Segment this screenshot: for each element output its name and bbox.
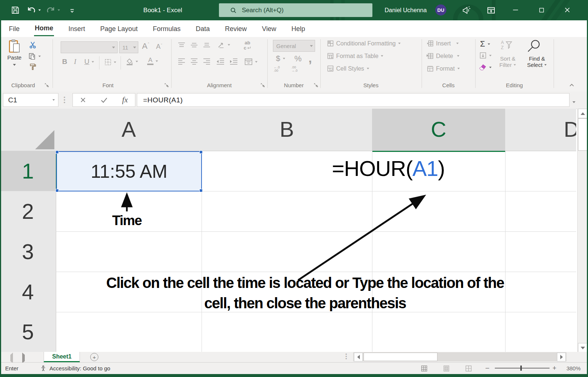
search-box[interactable] xyxy=(219,3,372,17)
zoom-in-button[interactable]: + xyxy=(552,364,557,372)
cell-a1[interactable]: 11:55 AM xyxy=(56,151,202,191)
ribbon-display-options-icon[interactable] xyxy=(487,6,496,15)
merge-center-button[interactable] xyxy=(244,58,258,66)
decrease-indent-icon[interactable] xyxy=(216,58,225,65)
font-color-button[interactable]: A xyxy=(147,57,158,65)
column-header-a[interactable]: A xyxy=(56,109,202,151)
cancel-icon[interactable] xyxy=(80,97,86,103)
tab-file[interactable]: File xyxy=(8,22,20,36)
sheet-tab-sheet1[interactable]: Sheet1 xyxy=(44,352,80,362)
horizontal-scroll-thumb[interactable] xyxy=(364,353,437,361)
cell-c1-formula[interactable]: =HOUR(A1) xyxy=(311,156,466,181)
expand-formula-bar-icon[interactable] xyxy=(572,98,575,105)
prev-sheet-icon[interactable] xyxy=(10,355,13,361)
format-cells-button[interactable]: Format xyxy=(427,65,460,72)
zoom-slider-thumb[interactable] xyxy=(520,366,522,371)
name-box[interactable]: C1 xyxy=(3,93,58,107)
grow-font-button[interactable]: Aˆ xyxy=(142,41,149,51)
undo-button[interactable] xyxy=(27,5,41,15)
zoom-level[interactable]: 380% xyxy=(558,365,581,371)
row-header-5[interactable]: 5 xyxy=(0,312,56,352)
clipboard-dialog-launcher-icon[interactable] xyxy=(44,83,49,88)
tab-insert[interactable]: Insert xyxy=(68,22,86,36)
font-dialog-launcher-icon[interactable] xyxy=(164,83,169,88)
zoom-slider-track[interactable] xyxy=(495,368,550,368)
increase-decimal-button[interactable]: ←.0.00 xyxy=(274,66,280,72)
reference-handle[interactable] xyxy=(55,150,59,154)
search-input[interactable] xyxy=(241,6,365,14)
column-header-c[interactable]: C xyxy=(372,109,506,152)
align-bottom-icon[interactable] xyxy=(203,42,211,49)
align-middle-icon[interactable] xyxy=(190,42,198,49)
comma-style-button[interactable]: , xyxy=(308,51,312,65)
paste-button[interactable]: Paste xyxy=(4,39,24,75)
increase-indent-icon[interactable] xyxy=(229,58,238,65)
delete-cells-button[interactable]: Delete xyxy=(426,52,460,60)
tab-review[interactable]: Review xyxy=(224,22,247,36)
tab-home[interactable]: Home xyxy=(34,21,54,36)
conditional-formatting-button[interactable]: Conditional Formatting xyxy=(327,40,401,47)
scroll-left-button[interactable] xyxy=(354,353,363,361)
orientation-button[interactable] xyxy=(217,41,230,49)
zoom-out-button[interactable]: − xyxy=(485,364,490,373)
avatar[interactable]: DU xyxy=(435,4,446,16)
column-header-d[interactable]: D xyxy=(505,109,576,151)
qat-customize-icon[interactable] xyxy=(69,7,75,14)
currency-button[interactable]: $ xyxy=(276,54,285,63)
horizontal-scrollbar[interactable] xyxy=(353,352,567,361)
page-break-view-icon[interactable] xyxy=(465,365,472,372)
sort-filter-button[interactable]: Sort & Filter xyxy=(494,55,521,68)
formula-input[interactable]: =HOUR(A1) xyxy=(137,93,570,107)
vertical-scroll-thumb[interactable] xyxy=(578,118,587,151)
tab-splitter-grip[interactable]: ••• xyxy=(345,353,347,360)
row-header-2[interactable]: 2 xyxy=(0,191,56,232)
normal-view-icon[interactable] xyxy=(421,365,428,372)
row-header-3[interactable]: 3 xyxy=(0,231,56,272)
fill-button[interactable] xyxy=(479,52,492,59)
alignment-dialog-launcher-icon[interactable] xyxy=(260,83,265,88)
scroll-up-button[interactable] xyxy=(578,109,588,118)
copy-button[interactable] xyxy=(28,52,41,60)
close-button[interactable] xyxy=(559,3,575,17)
cell-styles-button[interactable]: Cell Styles xyxy=(327,65,369,72)
new-sheet-button[interactable]: + xyxy=(90,353,98,361)
enter-check-icon[interactable] xyxy=(101,97,108,103)
select-all-corner[interactable] xyxy=(0,109,56,151)
font-name-combo[interactable] xyxy=(61,41,118,53)
format-as-table-button[interactable]: Format as Table xyxy=(327,52,383,60)
number-format-combo[interactable]: General xyxy=(273,40,315,52)
insert-cells-button[interactable]: Insert xyxy=(427,40,459,47)
tab-data[interactable]: Data xyxy=(195,22,210,36)
autosum-button[interactable]: Σ xyxy=(480,40,490,48)
italic-button[interactable]: I xyxy=(74,58,76,66)
tab-page-layout[interactable]: Page Layout xyxy=(99,22,138,36)
tab-view[interactable]: View xyxy=(261,22,277,36)
tab-help[interactable]: Help xyxy=(291,22,306,36)
find-select-button[interactable]: Find & Select xyxy=(523,55,551,68)
fill-color-button[interactable] xyxy=(126,58,138,65)
save-icon[interactable] xyxy=(11,6,20,14)
cut-icon[interactable] xyxy=(29,41,37,49)
shrink-font-button[interactable]: Aˇ xyxy=(156,43,162,51)
formula-bar-grip[interactable]: ••• xyxy=(64,96,65,104)
reference-handle[interactable] xyxy=(199,150,203,154)
align-center-icon[interactable] xyxy=(190,58,198,65)
scroll-down-button[interactable] xyxy=(578,343,588,353)
insert-function-icon[interactable]: fx xyxy=(122,95,128,105)
next-sheet-icon[interactable] xyxy=(22,355,25,361)
align-top-icon[interactable] xyxy=(178,42,186,49)
wrap-text-button[interactable]: ab c xyxy=(241,41,254,51)
reference-handle[interactable] xyxy=(199,189,203,192)
percent-button[interactable]: % xyxy=(294,54,302,64)
format-painter-icon[interactable] xyxy=(29,63,37,71)
page-layout-view-icon[interactable] xyxy=(443,365,450,372)
decrease-decimal-button[interactable]: .00→.0 xyxy=(291,66,298,72)
reference-handle[interactable] xyxy=(55,189,59,192)
account-name[interactable]: Daniel Uchenna xyxy=(385,0,427,20)
align-left-icon[interactable] xyxy=(178,58,186,65)
underline-button[interactable]: U xyxy=(84,58,94,66)
tab-formulas[interactable]: Formulas xyxy=(152,22,181,36)
borders-button[interactable] xyxy=(104,58,116,66)
megaphone-icon[interactable] xyxy=(462,6,471,15)
bold-button[interactable]: B xyxy=(62,58,67,66)
